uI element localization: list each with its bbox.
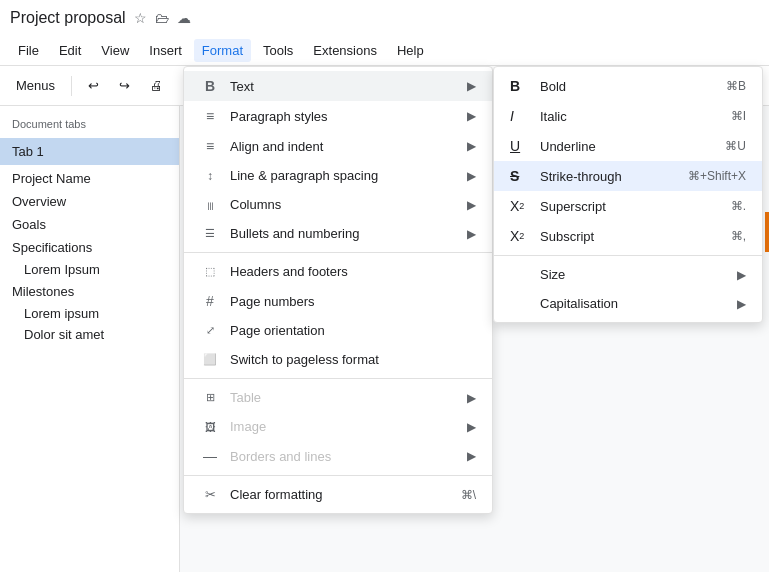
format-menu-spacing[interactable]: ↕ Line & paragraph spacing ▶ xyxy=(184,161,492,190)
format-bullets-label: Bullets and numbering xyxy=(230,226,467,241)
document-title: Project proposal xyxy=(10,9,126,27)
spacing-icon: ↕ xyxy=(200,169,220,183)
paragraph-icon: ≡ xyxy=(200,108,220,124)
cloud-icon[interactable]: ☁ xyxy=(177,10,191,26)
format-menu-pageless[interactable]: ⬜ Switch to pageless format xyxy=(184,345,492,374)
submenu-strikethrough[interactable]: S Strike-through ⌘+Shift+X xyxy=(494,161,762,191)
align-arrow-icon: ▶ xyxy=(467,139,476,153)
bullets-icon: ☰ xyxy=(200,227,220,240)
clear-icon: ✂ xyxy=(200,487,220,502)
sidebar-item-overview[interactable]: Overview xyxy=(0,190,179,213)
format-menu-orientation[interactable]: ⤢ Page orientation xyxy=(184,316,492,345)
paragraph-arrow-icon: ▶ xyxy=(467,109,476,123)
accent-bar xyxy=(765,212,769,252)
sidebar-item-goals[interactable]: Goals xyxy=(0,213,179,236)
borders-arrow-icon: ▶ xyxy=(467,449,476,463)
format-borders-label: Borders and lines xyxy=(230,449,467,464)
columns-arrow-icon: ▶ xyxy=(467,198,476,212)
text-bold-icon: B xyxy=(200,78,220,94)
bold-icon: B xyxy=(510,78,532,94)
format-menu-columns[interactable]: ⫼ Columns ▶ xyxy=(184,190,492,219)
sidebar: Document tabs Tab 1 Project Name Overvie… xyxy=(0,106,180,572)
sidebar-item-specifications[interactable]: Specifications xyxy=(0,236,179,259)
capitalisation-label: Capitalisation xyxy=(540,296,737,311)
format-menu-borders: — Borders and lines ▶ xyxy=(184,441,492,471)
underline-label: Underline xyxy=(540,139,717,154)
bold-shortcut: ⌘B xyxy=(726,79,746,93)
format-menu-align[interactable]: ≡ Align and indent ▶ xyxy=(184,131,492,161)
format-dropdown: B Text ▶ ≡ Paragraph styles ▶ ≡ Align an… xyxy=(183,66,493,514)
format-menu-headers[interactable]: ⬚ Headers and footers xyxy=(184,257,492,286)
format-menu-image: 🖼 Image ▶ xyxy=(184,412,492,441)
format-menu-bullets[interactable]: ☰ Bullets and numbering ▶ xyxy=(184,219,492,248)
redo-button[interactable]: ↪ xyxy=(111,74,138,97)
submenu-subscript[interactable]: X2 Subscript ⌘, xyxy=(494,221,762,251)
undo-button[interactable]: ↩ xyxy=(80,74,107,97)
format-menu-table: ⊞ Table ▶ xyxy=(184,383,492,412)
format-text-label: Text xyxy=(230,79,467,94)
submenu-capitalisation[interactable]: Capitalisation ▶ xyxy=(494,289,762,318)
page-numbers-icon: # xyxy=(200,293,220,309)
format-paragraph-label: Paragraph styles xyxy=(230,109,467,124)
sidebar-header: Document tabs xyxy=(0,114,179,138)
underline-icon: U xyxy=(510,138,532,154)
italic-icon: I xyxy=(510,108,532,124)
capitalisation-arrow-icon: ▶ xyxy=(737,297,746,311)
sidebar-item-lorem-ipsum-2[interactable]: Lorem ipsum xyxy=(0,303,179,324)
menus-button[interactable]: Menus xyxy=(8,74,63,97)
format-menu-paragraph[interactable]: ≡ Paragraph styles ▶ xyxy=(184,101,492,131)
sidebar-item-project-name[interactable]: Project Name xyxy=(0,167,179,190)
subscript-label: Subscript xyxy=(540,229,723,244)
menu-bar: File Edit View Insert Format Tools Exten… xyxy=(0,36,769,66)
submenu-size[interactable]: Size ▶ xyxy=(494,260,762,289)
format-menu-page-numbers[interactable]: # Page numbers xyxy=(184,286,492,316)
borders-icon: — xyxy=(200,448,220,464)
clear-shortcut: ⌘\ xyxy=(461,488,476,502)
menu-file[interactable]: File xyxy=(10,39,47,62)
format-pageless-label: Switch to pageless format xyxy=(230,352,476,367)
menu-extensions[interactable]: Extensions xyxy=(305,39,385,62)
text-arrow-icon: ▶ xyxy=(467,79,476,93)
align-icon: ≡ xyxy=(200,138,220,154)
menu-format[interactable]: Format xyxy=(194,39,251,62)
italic-label: Italic xyxy=(540,109,723,124)
menu-edit[interactable]: Edit xyxy=(51,39,89,62)
strikethrough-shortcut: ⌘+Shift+X xyxy=(688,169,746,183)
sidebar-item-milestones[interactable]: Milestones xyxy=(0,280,179,303)
table-arrow-icon: ▶ xyxy=(467,391,476,405)
menu-tools[interactable]: Tools xyxy=(255,39,301,62)
superscript-icon: X2 xyxy=(510,198,532,214)
subscript-icon: X2 xyxy=(510,228,532,244)
format-headers-label: Headers and footers xyxy=(230,264,476,279)
format-menu-clear[interactable]: ✂ Clear formatting ⌘\ xyxy=(184,480,492,509)
format-orientation-label: Page orientation xyxy=(230,323,476,338)
format-table-label: Table xyxy=(230,390,467,405)
subscript-shortcut: ⌘, xyxy=(731,229,746,243)
orientation-icon: ⤢ xyxy=(200,324,220,337)
sidebar-tab-1[interactable]: Tab 1 xyxy=(0,138,179,165)
format-menu-text[interactable]: B Text ▶ xyxy=(184,71,492,101)
star-icon[interactable]: ☆ xyxy=(134,10,147,26)
submenu-italic[interactable]: I Italic ⌘I xyxy=(494,101,762,131)
format-spacing-label: Line & paragraph spacing xyxy=(230,168,467,183)
submenu-underline[interactable]: U Underline ⌘U xyxy=(494,131,762,161)
underline-shortcut: ⌘U xyxy=(725,139,746,153)
size-arrow-icon: ▶ xyxy=(737,268,746,282)
sidebar-item-dolor-sit[interactable]: Dolor sit amet xyxy=(0,324,179,345)
menu-insert[interactable]: Insert xyxy=(141,39,190,62)
sidebar-item-lorem-ipsum-1[interactable]: Lorem Ipsum xyxy=(0,259,179,280)
print-button[interactable]: 🖨 xyxy=(142,74,171,97)
submenu-bold[interactable]: B Bold ⌘B xyxy=(494,71,762,101)
table-icon: ⊞ xyxy=(200,391,220,404)
image-arrow-icon: ▶ xyxy=(467,420,476,434)
menu-help[interactable]: Help xyxy=(389,39,432,62)
bullets-arrow-icon: ▶ xyxy=(467,227,476,241)
strikethrough-label: Strike-through xyxy=(540,169,680,184)
format-image-label: Image xyxy=(230,419,467,434)
folder-icon[interactable]: 🗁 xyxy=(155,10,169,26)
submenu-superscript[interactable]: X2 Superscript ⌘. xyxy=(494,191,762,221)
title-bar: Project proposal ☆ 🗁 ☁ xyxy=(0,0,769,36)
submenu-divider xyxy=(494,255,762,256)
divider-3 xyxy=(184,475,492,476)
menu-view[interactable]: View xyxy=(93,39,137,62)
